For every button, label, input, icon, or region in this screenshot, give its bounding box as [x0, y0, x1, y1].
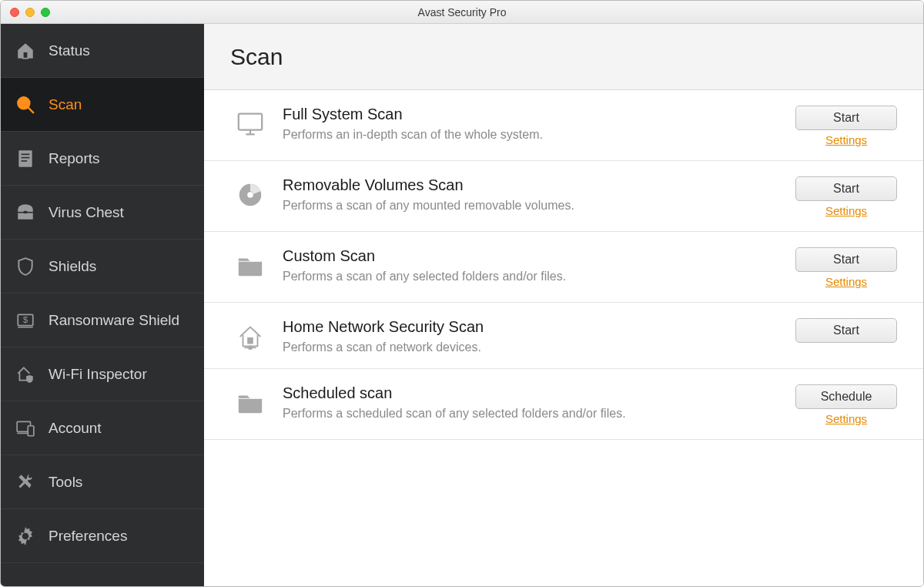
- scan-row-home-network: Home Network Security Scan Performs a sc…: [204, 303, 923, 369]
- disc-icon: [235, 179, 266, 210]
- folder-icon: [235, 250, 266, 281]
- svg-rect-14: [28, 425, 34, 435]
- window-title: Avast Security Pro: [1, 6, 923, 18]
- main-panel: Scan Full System Scan Performs an in-dep…: [204, 24, 923, 586]
- start-button[interactable]: Start: [795, 318, 897, 343]
- sidebar-item-label: Tools: [49, 474, 82, 491]
- scan-desc: Performs a scan of any selected folders …: [283, 270, 775, 283]
- wifi-shield-icon: [15, 364, 36, 385]
- sidebar-item-label: Virus Chest: [49, 204, 124, 221]
- svg-point-19: [247, 192, 253, 198]
- settings-link[interactable]: Settings: [825, 204, 867, 217]
- svg-rect-6: [22, 160, 28, 162]
- start-button[interactable]: Start: [795, 176, 897, 201]
- svg-rect-20: [248, 338, 253, 344]
- tools-icon: [15, 471, 36, 493]
- sidebar-item-tools[interactable]: Tools: [1, 455, 204, 509]
- start-button[interactable]: Start: [795, 106, 897, 130]
- svg-line-2: [28, 107, 34, 113]
- scan-row-removable-volumes: Removable Volumes Scan Performs a scan o…: [204, 161, 923, 232]
- sidebar-item-ransomware-shield[interactable]: $ Ransomware Shield: [1, 294, 204, 347]
- titlebar: Avast Security Pro: [1, 1, 923, 24]
- svg-rect-5: [22, 156, 30, 158]
- sidebar-item-preferences[interactable]: Preferences: [1, 509, 204, 563]
- devices-icon: [15, 418, 36, 439]
- sidebar-item-label: Account: [49, 420, 102, 437]
- settings-link[interactable]: Settings: [825, 412, 867, 425]
- document-icon: [15, 148, 36, 169]
- sidebar-item-virus-chest[interactable]: Virus Chest: [1, 186, 204, 240]
- scan-row-full-system: Full System Scan Performs an in-depth sc…: [204, 90, 923, 161]
- start-button[interactable]: Start: [795, 247, 897, 272]
- window-body: Status Scan Reports Virus Chest: [1, 24, 923, 586]
- scan-title: Full System Scan: [283, 106, 775, 123]
- svg-point-1: [18, 97, 29, 109]
- scan-list: Full System Scan Performs an in-depth sc…: [204, 90, 923, 586]
- shield-icon: [15, 256, 36, 277]
- ransomware-shield-icon: $: [15, 310, 36, 331]
- sidebar: Status Scan Reports Virus Chest: [1, 24, 204, 586]
- magnifier-icon: [15, 94, 36, 116]
- sidebar-item-label: Ransomware Shield: [49, 312, 179, 329]
- scan-desc: Performs an in-depth scan of the whole s…: [283, 128, 775, 142]
- sidebar-item-label: Scan: [49, 96, 82, 113]
- svg-rect-8: [24, 210, 27, 213]
- main-header: Scan: [204, 24, 923, 90]
- sidebar-item-label: Wi-Fi Inspector: [49, 366, 147, 383]
- sidebar-item-scan[interactable]: Scan: [1, 78, 204, 132]
- scan-title: Custom Scan: [283, 247, 775, 265]
- page-title: Scan: [230, 44, 283, 70]
- scan-row-custom: Custom Scan Performs a scan of any selec…: [204, 232, 923, 303]
- svg-rect-0: [23, 52, 28, 59]
- svg-rect-3: [18, 150, 32, 167]
- sidebar-item-label: Preferences: [49, 528, 127, 545]
- schedule-button[interactable]: Schedule: [795, 384, 897, 409]
- home-icon: [15, 40, 36, 62]
- monitor-icon: [235, 109, 266, 139]
- scan-title: Removable Volumes Scan: [283, 176, 775, 194]
- settings-link[interactable]: Settings: [825, 275, 867, 288]
- home-network-icon: [235, 321, 266, 352]
- settings-link[interactable]: Settings: [825, 133, 867, 146]
- app-window: Avast Security Pro Status Scan Repor: [0, 0, 924, 587]
- scan-desc: Performs a scan of network devices.: [283, 340, 775, 354]
- sidebar-item-label: Shields: [49, 258, 96, 275]
- sidebar-item-wifi-inspector[interactable]: Wi-Fi Inspector: [1, 347, 204, 401]
- gear-icon: [15, 525, 36, 547]
- scan-title: Home Network Security Scan: [283, 318, 775, 336]
- sidebar-item-status[interactable]: Status: [1, 24, 204, 78]
- folder-icon: [235, 387, 266, 418]
- sidebar-item-reports[interactable]: Reports: [1, 132, 204, 186]
- scan-title: Scheduled scan: [283, 384, 775, 402]
- scan-desc: Performs a scheduled scan of any selecte…: [283, 407, 775, 421]
- scan-row-scheduled: Scheduled scan Performs a scheduled scan…: [204, 369, 923, 440]
- chest-icon: [15, 202, 36, 223]
- sidebar-item-account[interactable]: Account: [1, 401, 204, 455]
- sidebar-item-label: Reports: [49, 150, 100, 167]
- scan-desc: Performs a scan of any mounted removable…: [283, 199, 775, 213]
- svg-rect-15: [239, 114, 262, 130]
- svg-rect-4: [22, 153, 30, 155]
- sidebar-item-shields[interactable]: Shields: [1, 240, 204, 294]
- svg-text:$: $: [23, 315, 28, 324]
- sidebar-item-label: Status: [49, 42, 90, 59]
